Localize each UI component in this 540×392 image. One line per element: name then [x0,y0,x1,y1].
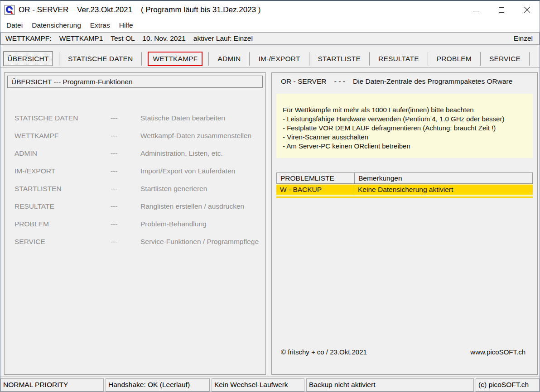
function-list-item: PROBLEM---Problem-Behandlung [14,215,262,233]
main-content: ÜBERSICHT --- Programm-Funktionen STATIS… [0,67,540,377]
function-list-item: ADMIN---Administration, Listen, etc. [14,144,262,162]
close-icon [524,7,530,13]
column-header-problemliste: PROBLEMLISTE [277,173,355,183]
notice-line: Für Wettkämpfe mit mehr als 1000 Läufer(… [283,105,529,115]
tab-separator [369,52,370,66]
tab-uebersicht[interactable]: ÜBERSICHT [3,51,53,66]
tab-im-export[interactable]: IM-/EXPORT [256,55,303,63]
status-priority: NORMAL PRIORITY [0,378,104,392]
tab-resultate[interactable]: RESULTATE [376,55,422,63]
window-title: OR - SERVER Ver.23.Okt.2021 ( Programm l… [19,5,260,14]
server-panel-footer: © fritschy + co / 23.Okt.2021 www.picoSO… [281,348,526,356]
tab-startliste[interactable]: STARTLISTE [315,55,363,63]
tab-service[interactable]: SERVICE [487,55,523,63]
function-list-item: RESULTATE---Ranglisten erstellen / ausdr… [14,197,262,215]
notice-box: Für Wettkämpfe mit mehr als 1000 Läufer(… [276,94,533,158]
maximize-icon [499,7,504,13]
window-controls [463,1,540,19]
tab-separator [59,52,59,66]
status-backup: Backup nicht aktiviert [306,378,474,392]
problem-code: W - BACKUP [276,185,354,195]
active-run-value: Einzel [514,34,539,43]
problem-table-header: PROBLEMLISTE Bemerkungen [276,172,533,184]
tab-separator [208,52,209,66]
overview-panel-header: ÜBERSICHT --- Programm-Funktionen [7,76,263,88]
tab-problem[interactable]: PROBLEM [434,55,474,63]
copyright-text: © fritschy + co / 23.Okt.2021 [281,348,367,356]
notice-line: - Festplatte VOR DEM LAUF defragmentiere… [283,124,529,133]
tab-statische-daten[interactable]: STATISCHE DATEN [65,55,135,63]
tab-separator [529,52,530,66]
website-link[interactable]: www.picoSOFT.ch [470,348,526,356]
menu-extras[interactable]: Extras [86,19,115,31]
problem-row-underline [276,196,533,198]
competition-info-bar: WETTKAMPF: WETTKAMP1 Test OL 10. Nov. 20… [0,32,540,45]
minimize-button[interactable] [463,1,489,19]
tab-admin[interactable]: ADMIN [215,55,243,63]
status-copyright: (c) picoSOFT.ch [476,378,540,392]
or-server-window: OR - SERVER Ver.23.Okt.2021 ( Programm l… [0,0,540,392]
tab-separator [141,52,142,66]
app-logo-icon [5,5,14,15]
tab-separator [480,52,481,66]
minimize-icon [473,7,479,13]
menu-hilfe[interactable]: Hilfe [115,19,138,31]
problem-row[interactable]: W - BACKUP Keine Datensicherung aktivier… [276,184,533,196]
competition-info: WETTKAMPF: WETTKAMP1 Test OL 10. Nov. 20… [1,34,253,43]
notice-line: - Viren-Scanner ausschalten [283,133,529,142]
notice-line: - Am Server-PC keinen ORclient betreiben [283,142,529,151]
problem-remark: Keine Datensicherung aktiviert [354,185,533,195]
tab-separator [309,52,309,66]
title-bar: OR - SERVER Ver.23.Okt.2021 ( Programm l… [0,1,540,19]
status-handshake: Handshake: OK (Leerlauf) [106,378,210,392]
function-list-item: SERVICE---Service-Funktionen / Programmp… [14,233,262,250]
overview-panel: ÜBERSICHT --- Programm-Funktionen STATIS… [4,72,266,375]
tab-separator [428,52,428,66]
status-bar: NORMAL PRIORITY Handshake: OK (Leerlauf)… [0,377,540,392]
notice-line: - Leistungsfähige Hardware verwenden (Pe… [283,115,529,124]
menu-datei[interactable]: Datei [2,19,27,31]
server-panel-header: OR - SERVER - - - Die Daten-Zentrale des… [281,77,534,86]
column-header-bemerkungen: Bemerkungen [355,173,532,183]
function-list-item: WETTKAMPF---Wettkampf-Daten zusammenstel… [14,127,262,144]
maximize-button[interactable] [489,1,514,19]
tab-wettkampf[interactable]: WETTKAMPF [148,52,202,66]
problem-table: PROBLEMLISTE Bemerkungen W - BACKUP Kein… [276,172,533,198]
status-wechsel-laufwerk: Kein Wechsel-Laufwerk [212,378,304,392]
menu-datensicherung[interactable]: Datensicherung [27,19,86,31]
function-list-item: STATISCHE DATEN---Statische Daten bearbe… [14,109,262,127]
menu-bar: Datei Datensicherung Extras Hilfe [0,19,540,32]
tab-separator [249,52,250,66]
function-list: STATISCHE DATEN---Statische Daten bearbe… [14,109,262,250]
function-list-item: IM-/EXPORT---Import/Export von Läuferdat… [14,162,262,180]
close-button[interactable] [514,1,540,19]
function-list-item: STARTLISTEN---Startlisten generieren [14,180,262,197]
server-panel: OR - SERVER - - - Die Daten-Zentrale des… [271,72,538,375]
tab-strip: ÜBERSICHT STATISCHE DATEN WETTKAMPF ADMI… [0,45,540,67]
